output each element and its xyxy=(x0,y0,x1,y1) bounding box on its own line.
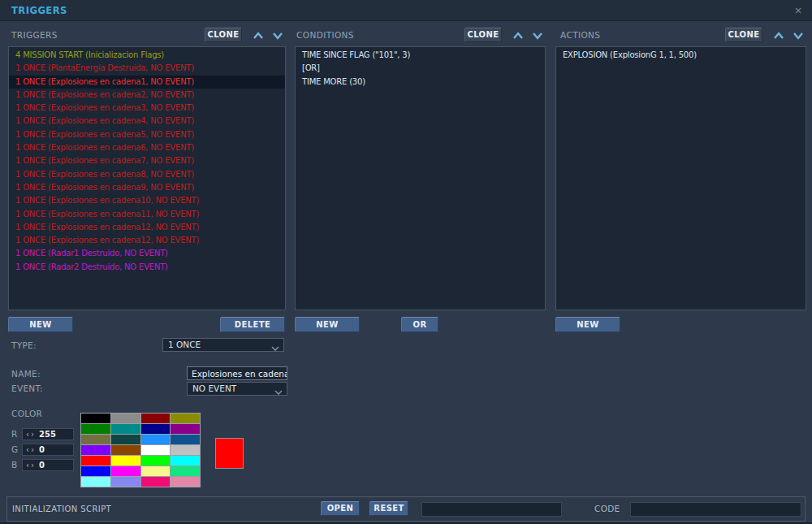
chevron-down-icon xyxy=(271,343,279,355)
trigger-item[interactable]: 1 ONCE (Explosiones en cadena5, NO EVENT… xyxy=(9,128,285,141)
blue-channel-value: 0 xyxy=(36,461,45,470)
green-channel-value: 0 xyxy=(36,445,45,454)
palette-swatch[interactable] xyxy=(171,456,200,466)
palette-swatch[interactable] xyxy=(171,435,200,444)
trigger-item[interactable]: 1 ONCE (Explosiones en cadena9, NO EVENT… xyxy=(9,181,285,194)
stepper-arrows-icon[interactable]: ‹› xyxy=(23,445,36,454)
conditions-move-down-icon[interactable] xyxy=(531,31,544,41)
trigger-item[interactable]: 1 ONCE (Explosiones en cadena11, NO EVEN… xyxy=(9,208,285,221)
initialization-script-label: INITIALIZATION SCRIPT xyxy=(12,497,111,521)
palette-swatch[interactable] xyxy=(141,414,171,423)
action-item[interactable]: EXPLOSION (ExplosionG 1, 1, 500) xyxy=(556,49,806,62)
window-title: TRIGGERS xyxy=(11,0,67,21)
conditions-or-button[interactable]: OR xyxy=(401,317,438,332)
condition-item[interactable]: TIME SINCE FLAG ("101", 3) xyxy=(296,49,545,62)
conditions-panel-label: CONDITIONS xyxy=(296,30,354,40)
open-button[interactable]: OPEN xyxy=(321,501,360,516)
blue-channel-stepper[interactable]: ‹›0 xyxy=(22,459,74,471)
palette-swatch[interactable] xyxy=(171,424,200,434)
stepper-arrows-icon[interactable]: ‹› xyxy=(23,461,36,470)
title-bar: TRIGGERS × xyxy=(0,0,812,21)
trigger-item[interactable]: 1 ONCE (Explosiones en cadena1, NO EVENT… xyxy=(9,76,285,89)
palette-swatch[interactable] xyxy=(81,435,110,444)
close-icon[interactable]: × xyxy=(791,0,806,21)
condition-item[interactable]: TIME MORE (30) xyxy=(296,76,545,89)
event-dropdown[interactable]: NO EVENT xyxy=(187,382,287,396)
triggers-clone-button[interactable]: CLONE xyxy=(205,28,242,42)
stepper-arrows-icon[interactable]: ‹› xyxy=(23,430,36,439)
palette-swatch[interactable] xyxy=(111,435,140,444)
conditions-new-button[interactable]: NEW xyxy=(295,317,360,332)
trigger-item[interactable]: 1 ONCE (PlantaEnergia Destruida, NO EVEN… xyxy=(9,62,285,75)
blue-channel-label: B xyxy=(11,460,17,470)
name-input[interactable] xyxy=(187,366,287,380)
actions-clone-button[interactable]: CLONE xyxy=(725,28,762,42)
trigger-item[interactable]: 1 ONCE (Explosiones en cadena12, NO EVEN… xyxy=(9,221,285,234)
green-channel-stepper[interactable]: ‹›0 xyxy=(22,444,74,456)
palette-swatch[interactable] xyxy=(141,466,171,476)
palette-swatch[interactable] xyxy=(141,477,171,487)
trigger-item[interactable]: 1 ONCE (Explosiones en cadena2, NO EVENT… xyxy=(9,89,285,102)
trigger-item[interactable]: 1 ONCE (Radar1 Destruido, NO EVENT) xyxy=(9,247,285,260)
palette-swatch[interactable] xyxy=(171,445,200,455)
actions-list: EXPLOSION (ExplosionG 1, 1, 500) xyxy=(555,46,806,310)
palette-swatch[interactable] xyxy=(81,456,110,466)
actions-move-down-icon[interactable] xyxy=(792,31,805,41)
conditions-list: TIME SINCE FLAG ("101", 3)[OR]TIME MORE … xyxy=(295,46,546,310)
palette-swatch[interactable] xyxy=(141,456,171,466)
condition-item[interactable]: [OR] xyxy=(296,62,545,75)
triggers-move-down-icon[interactable] xyxy=(271,31,284,41)
red-channel-stepper[interactable]: ‹›255 xyxy=(22,428,74,440)
trigger-item[interactable]: 1 ONCE (Explosiones en cadena4, NO EVENT… xyxy=(9,115,285,128)
color-palette xyxy=(80,413,201,487)
trigger-item[interactable]: 1 ONCE (Radar2 Destruido, NO EVENT) xyxy=(9,261,285,274)
script-path-input[interactable] xyxy=(421,502,562,517)
triggers-panel-label: TRIGGERS xyxy=(11,30,58,40)
palette-swatch[interactable] xyxy=(141,435,171,444)
actions-panel-label: ACTIONS xyxy=(560,30,600,40)
triggers-new-button[interactable]: NEW xyxy=(8,317,73,332)
palette-swatch[interactable] xyxy=(81,414,110,423)
conditions-clone-button[interactable]: CLONE xyxy=(464,28,502,42)
type-label: TYPE: xyxy=(11,340,37,350)
triggers-list: 4 MISSION START (Inicializacion Flags)1 … xyxy=(8,46,286,310)
actions-move-up-icon[interactable] xyxy=(772,31,785,41)
palette-swatch[interactable] xyxy=(111,414,140,423)
color-preview-swatch xyxy=(215,438,244,469)
actions-new-button[interactable]: NEW xyxy=(555,317,620,332)
trigger-item[interactable]: 1 ONCE (Explosiones en cadena3, NO EVENT… xyxy=(9,102,285,115)
red-channel-value: 255 xyxy=(36,430,56,439)
chevron-down-icon xyxy=(274,387,283,399)
palette-swatch[interactable] xyxy=(111,445,140,455)
trigger-item[interactable]: 1 ONCE (Explosiones en cadena8, NO EVENT… xyxy=(9,168,285,181)
palette-swatch[interactable] xyxy=(81,445,110,455)
type-dropdown[interactable]: 1 ONCE xyxy=(162,338,284,352)
green-channel-label: G xyxy=(11,444,18,454)
triggers-delete-button[interactable]: DELETE xyxy=(220,317,285,332)
palette-swatch[interactable] xyxy=(81,466,110,476)
palette-swatch[interactable] xyxy=(111,466,140,476)
trigger-item[interactable]: 4 MISSION START (Inicializacion Flags) xyxy=(9,49,285,62)
palette-swatch[interactable] xyxy=(111,477,140,487)
triggers-move-up-icon[interactable] xyxy=(252,31,265,41)
trigger-item[interactable]: 1 ONCE (Explosiones en cadena10, NO EVEN… xyxy=(9,194,285,207)
trigger-item[interactable]: 1 ONCE (Explosiones en cadena6, NO EVENT… xyxy=(9,141,285,154)
name-label: NAME: xyxy=(11,369,41,379)
palette-swatch[interactable] xyxy=(171,466,200,476)
trigger-item[interactable]: 1 ONCE (Explosiones en cadena7, NO EVENT… xyxy=(9,154,285,167)
palette-swatch[interactable] xyxy=(81,477,110,487)
palette-swatch[interactable] xyxy=(111,456,140,466)
event-value: NO EVENT xyxy=(192,383,236,393)
event-label: EVENT: xyxy=(11,383,43,393)
trigger-item[interactable]: 1 ONCE (Explosiones en cadena12, NO EVEN… xyxy=(9,234,285,247)
palette-swatch[interactable] xyxy=(81,424,110,434)
red-channel-label: R xyxy=(11,429,17,439)
palette-swatch[interactable] xyxy=(111,424,140,434)
reset-button[interactable]: RESET xyxy=(369,501,408,516)
palette-swatch[interactable] xyxy=(171,414,200,423)
palette-swatch[interactable] xyxy=(171,477,200,487)
conditions-move-up-icon[interactable] xyxy=(512,31,525,41)
code-input[interactable] xyxy=(630,502,801,517)
palette-swatch[interactable] xyxy=(141,445,171,455)
palette-swatch[interactable] xyxy=(141,424,171,434)
